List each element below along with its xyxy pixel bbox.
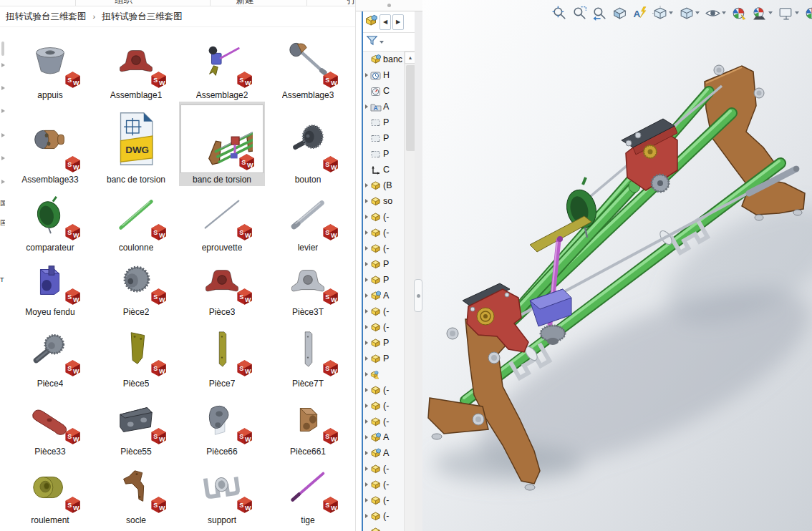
zoom-to-area-button[interactable] [571,4,589,22]
feature-tree-item[interactable]: H [363,67,404,83]
file-item[interactable]: Pièce2SW [93,254,179,318]
filter-dropdown-caret[interactable] [380,41,384,44]
feature-tree-item[interactable]: AA [363,99,404,115]
file-item[interactable]: comparateurSW [7,186,93,254]
dropdown-caret-icon[interactable] [695,11,700,14]
expand-arrow[interactable] [363,419,369,424]
expand-arrow[interactable] [363,372,369,376]
toolbar-button-clipped[interactable]: 组织 [115,0,132,6]
tree-expand-chevron-icon[interactable] [1,86,5,90]
previous-view-button[interactable] [591,4,609,22]
expand-arrow[interactable] [363,73,369,77]
file-item[interactable]: banc de torsionSW [179,102,265,186]
section-view-button[interactable] [611,4,629,22]
feature-tree-item[interactable]: (- [363,461,404,477]
expand-arrow[interactable] [363,467,369,471]
expand-arrow[interactable] [363,498,369,502]
feature-tree-item[interactable]: (- [363,382,404,398]
view-orientation-button[interactable] [651,4,675,22]
tree-expand-chevron-icon[interactable] [1,156,5,160]
feature-tree-item[interactable]: (- [363,240,404,256]
expand-arrow[interactable] [363,215,369,219]
feature-tree-item[interactable]: (- [363,398,404,414]
feature-tree-item[interactable]: (- [363,225,404,240]
tree-expand-chevron-icon[interactable] [1,180,5,184]
file-item[interactable]: boutonSW [265,102,351,186]
feature-tree-item[interactable]: (- [363,319,404,335]
file-item[interactable]: Pièce55SW [93,390,179,458]
file-item[interactable]: Pièce66SW [179,390,265,458]
toolbar-button-clipped[interactable]: 打开 [347,0,355,6]
tree-scrollbar-thumb[interactable] [406,65,415,151]
feature-tree-item[interactable]: P [363,272,404,288]
feature-tree-item[interactable]: (- [363,303,404,319]
panel-collapse-handle[interactable] [356,0,422,11]
expand-arrow[interactable] [363,246,369,250]
file-item[interactable]: levierSW [265,186,351,254]
feature-tree-item[interactable]: P [363,146,404,162]
file-item[interactable]: eprouvetteSW [179,186,265,254]
expand-arrow[interactable] [363,482,369,487]
expand-arrow[interactable] [363,325,369,329]
feature-tree-item[interactable]: P [363,335,404,351]
expand-arrow[interactable] [363,104,369,109]
tree-expand-chevron-icon[interactable] [1,109,5,113]
file-item[interactable]: Assemblage3SW [265,31,351,102]
expand-arrow[interactable] [363,341,369,345]
file-item[interactable]: appuisSW [7,31,93,102]
file-item[interactable]: Assemblage33SW [7,102,93,186]
file-item[interactable]: Pièce7TSW [265,318,351,390]
apply-scene-button[interactable] [750,4,775,22]
file-item[interactable]: Pièce661SW [265,390,351,458]
file-item[interactable]: Pièce4SW [7,318,93,390]
feature-tree-item[interactable]: P [363,130,404,146]
breadcrumb-item[interactable]: 扭转试验台三维套图 [99,9,185,24]
tab-next-button[interactable]: ▶ [392,14,404,30]
zoom-to-fit-button[interactable] [551,4,569,22]
expand-arrow[interactable] [363,278,369,282]
feature-tree-item[interactable]: A [363,445,404,461]
dropdown-caret-icon[interactable] [669,11,673,14]
expand-arrow[interactable] [363,435,369,439]
dropdown-caret-icon[interactable] [795,11,799,14]
nav-scrollbar-thumb[interactable] [1,42,4,56]
feature-tree-item[interactable]: (- [363,492,404,508]
clipped-tool-button[interactable] [803,4,812,22]
feature-tree-item[interactable]: P [363,115,404,130]
expand-arrow[interactable] [363,404,369,408]
feature-tree-item[interactable]: (- [363,477,404,492]
breadcrumb-item[interactable]: 扭转试验台三维套图 [3,9,90,24]
expand-arrow[interactable] [363,451,369,455]
expand-arrow[interactable] [363,230,369,235]
feature-tree-item[interactable]: A [363,288,404,303]
view-settings-button[interactable] [777,4,801,22]
dropdown-caret-icon[interactable] [768,11,773,14]
feature-tree-item[interactable]: (- [363,209,404,225]
dynamic-annotation-views-button[interactable]: A [631,4,649,22]
expand-arrow[interactable] [363,388,369,392]
feature-tree-root[interactable]: banc [363,52,404,67]
file-item[interactable]: Pièce7SW [179,318,265,390]
expand-arrow[interactable] [363,183,369,187]
file-item[interactable]: roulementSW [7,458,93,527]
file-item[interactable]: Assemblage2SW [179,31,265,102]
edit-appearance-button[interactable] [730,4,748,22]
expand-arrow[interactable] [363,199,369,203]
file-item[interactable]: socleSW [93,458,179,527]
file-item[interactable]: Pièce33SW [7,390,93,458]
feature-tree-item[interactable]: P [363,351,404,366]
feature-tree-item[interactable]: (B [363,177,404,193]
tree-expand-chevron-icon[interactable] [1,63,5,67]
expand-arrow[interactable] [363,293,369,298]
file-item[interactable]: Moyeu fenduSW [7,254,93,318]
hide-show-items-button[interactable] [704,4,728,22]
file-item[interactable]: tigeSW [265,458,351,527]
feature-tree-item[interactable]: (- [363,508,404,524]
file-item[interactable]: Pièce5SW [93,318,179,390]
toolbar-button-clipped[interactable]: 新建 [236,0,254,6]
file-item[interactable]: DWGbanc de torsion [93,102,179,186]
feature-tree-item[interactable]: so [363,193,404,209]
feature-tree-item[interactable]: (- [363,414,404,429]
feature-tree-item[interactable] [363,524,404,531]
file-item[interactable]: Assemblage1SW [93,31,179,102]
